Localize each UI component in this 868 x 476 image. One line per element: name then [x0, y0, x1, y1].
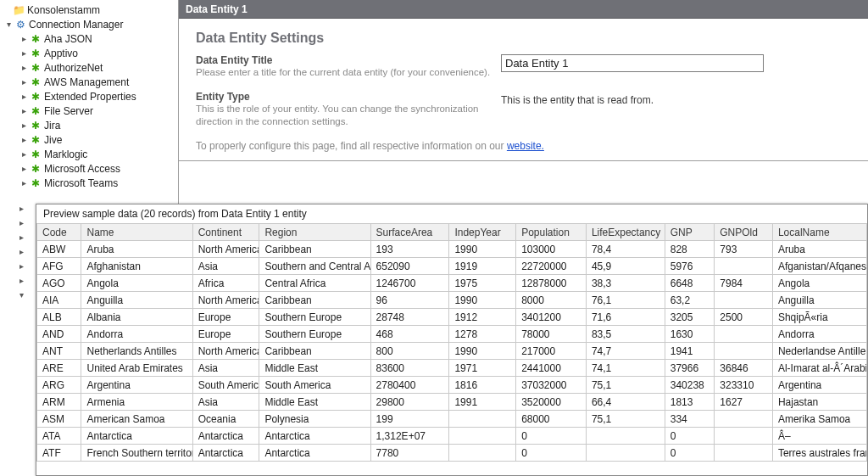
chevron-right-icon[interactable]: ▸ — [19, 178, 29, 188]
table-cell: 828 — [665, 241, 715, 258]
table-cell — [715, 258, 773, 275]
chevron-right-icon[interactable]: ▸ — [19, 232, 31, 247]
chevron-right-icon[interactable]: ▸ — [19, 34, 29, 43]
chevron-right-icon[interactable]: ▸ — [19, 106, 29, 115]
chevron-right-icon[interactable]: ▸ — [19, 261, 31, 276]
table-cell — [715, 292, 773, 309]
chevron-right-icon[interactable]: ▸ — [19, 218, 31, 232]
table-cell: Central Africa — [259, 275, 370, 292]
tree-cm-label: Connection Manager — [29, 19, 123, 31]
table-row[interactable]: AFGAfghanistanAsiaSouthern and Central A… — [37, 258, 867, 275]
table-cell: 1990 — [449, 343, 516, 360]
table-row[interactable]: ANTNetherlands AntillesNorth AmericaCari… — [37, 343, 867, 360]
chevron-right-icon[interactable]: ▸ — [19, 92, 29, 101]
table-cell — [715, 326, 773, 343]
chevron-right-icon[interactable]: ▸ — [19, 48, 29, 58]
table-cell: Nederlandse Antillen — [772, 343, 866, 360]
table-row[interactable]: ARGArgentinaSouth AmericaSouth America27… — [37, 377, 867, 394]
table-row[interactable]: ATFFrench Southern territoriesAntarctica… — [37, 445, 867, 462]
table-row[interactable]: AREUnited Arab EmiratesAsiaMiddle East83… — [37, 360, 867, 377]
tree-item[interactable]: ▸✱Jira — [0, 118, 178, 132]
tree-item[interactable]: ▸✱Microsoft Teams — [0, 176, 178, 190]
table-header[interactable]: LifeExpectancy — [586, 224, 665, 241]
table-row[interactable]: ABWArubaNorth AmericaCaribbean1931990103… — [37, 241, 867, 258]
plug-icon: ✱ — [29, 120, 42, 132]
table-cell: 2441000 — [516, 360, 587, 377]
table-cell: 323310 — [715, 377, 773, 394]
chevron-right-icon[interactable]: ▸ — [19, 77, 29, 87]
tree-item-label: Microsoft Teams — [44, 177, 118, 189]
tree-item[interactable]: ▸✱Extended Properties — [0, 89, 178, 104]
table-row[interactable]: AGOAngolaAfricaCentral Africa12467001975… — [37, 275, 867, 292]
entity-title-input[interactable] — [501, 54, 764, 72]
table-cell: Hajastan — [772, 394, 866, 411]
table-cell: Caribbean — [259, 241, 370, 258]
tree-item[interactable]: ▸✱Microsoft Access — [0, 161, 178, 176]
table-cell: Polynesia — [259, 411, 370, 428]
plug-icon: ✱ — [29, 177, 42, 189]
table-cell: Caribbean — [259, 292, 370, 309]
table-cell — [449, 428, 516, 445]
table-row[interactable]: AIAAnguillaNorth AmericaCaribbean9619908… — [37, 292, 867, 309]
table-cell: 1,312E+07 — [370, 428, 449, 445]
tree-item[interactable]: ▸✱Jive — [0, 132, 178, 147]
table-cell: 3205 — [665, 309, 715, 326]
table-cell: Aruba — [772, 241, 866, 258]
table-cell: ARM — [37, 394, 81, 411]
table-header[interactable]: GNP — [665, 224, 715, 241]
chevron-right-icon[interactable]: ▸ — [19, 204, 31, 218]
chevron-right-icon[interactable]: ▸ — [19, 63, 29, 72]
tree-item[interactable]: ▸✱File Server — [0, 104, 178, 118]
table-cell: 1813 — [665, 394, 715, 411]
table-row[interactable]: ALBAlbaniaEuropeSouthern Europe287481912… — [37, 309, 867, 326]
table-row[interactable]: ATAAntarcticaAntarcticaAntarctica1,312E+… — [37, 428, 867, 445]
table-header[interactable]: Continent — [192, 224, 259, 241]
tree-item[interactable]: ▸✱Apptivo — [0, 46, 178, 60]
table-cell: ASM — [37, 411, 81, 428]
table-row[interactable]: ASMAmerican SamoaOceaniaPolynesia1996800… — [37, 411, 867, 428]
chevron-right-icon[interactable]: ▸ — [19, 149, 29, 159]
tree-root[interactable]: 📁 Konsolenstamm — [0, 3, 178, 17]
table-cell: 1630 — [665, 326, 715, 343]
tree-item[interactable]: ▸✱AuthorizeNet — [0, 60, 178, 75]
table-header[interactable]: Population — [516, 224, 587, 241]
chevron-right-icon[interactable]: ▸ — [19, 120, 29, 130]
table-cell: 1816 — [449, 377, 516, 394]
table-cell: 5976 — [665, 258, 715, 275]
table-cell: 74,7 — [586, 343, 665, 360]
table-cell: 3520000 — [516, 394, 587, 411]
chevron-right-icon[interactable]: ▸ — [19, 164, 29, 173]
tree-item[interactable]: ▸✱Marklogic — [0, 147, 178, 161]
chevron-right-icon[interactable]: ▸ — [19, 135, 29, 144]
table-cell — [586, 445, 665, 462]
chevron-down-icon[interactable]: ▾ — [3, 20, 14, 29]
table-header[interactable]: Code — [37, 224, 81, 241]
table-cell: Africa — [192, 275, 259, 292]
table-row[interactable]: ARMArmeniaAsiaMiddle East298001991352000… — [37, 394, 867, 411]
table-header[interactable]: SurfaceArea — [370, 224, 449, 241]
tree-item[interactable]: ▸✱Aha JSON — [0, 31, 178, 46]
table-cell: AND — [37, 326, 81, 343]
chevron-right-icon[interactable]: ▸ — [19, 276, 31, 290]
table-cell: 37966 — [665, 360, 715, 377]
table-row[interactable]: ANDAndorraEuropeSouthern Europe468127878… — [37, 326, 867, 343]
preview-title: Preview sample data (20 records) from Da… — [36, 204, 867, 223]
table-cell: Antarctica — [259, 428, 370, 445]
tree-root-label: Konsolenstamm — [27, 4, 100, 16]
entity-title-sub: Please enter a title for the current dat… — [196, 66, 501, 79]
tree-item[interactable]: ▸✱AWS Management — [0, 75, 178, 89]
chevron-right-icon[interactable]: ▸ — [19, 247, 31, 261]
config-note: To properly configure this page, find al… — [196, 140, 851, 152]
table-cell: 7984 — [715, 275, 773, 292]
table-header[interactable]: LocalName — [772, 224, 866, 241]
table-cell: 96 — [370, 292, 449, 309]
table-header[interactable]: IndepYear — [449, 224, 516, 241]
tree-connection-manager[interactable]: ▾ ⚙ Connection Manager — [0, 17, 178, 31]
chevron-down-icon[interactable]: ▾ — [19, 290, 31, 305]
table-header[interactable]: Region — [259, 224, 370, 241]
table-cell: 217000 — [516, 343, 587, 360]
table-header[interactable]: GNPOld — [715, 224, 773, 241]
website-link[interactable]: website. — [507, 140, 544, 152]
table-cell: French Southern territories — [81, 445, 192, 462]
table-header[interactable]: Name — [81, 224, 192, 241]
